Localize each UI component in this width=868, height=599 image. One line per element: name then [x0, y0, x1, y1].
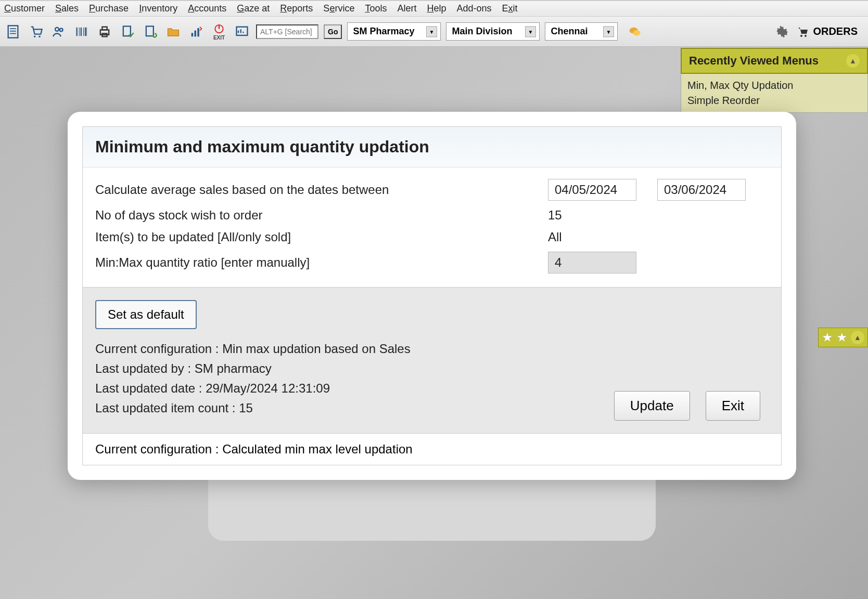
go-button[interactable]: Go [324, 24, 342, 39]
date-from-input[interactable]: 04/05/2024 [548, 179, 636, 201]
exit-label: EXIT [213, 35, 225, 41]
pharmacy-combo[interactable]: SM Pharmacy [347, 22, 441, 41]
chart-icon[interactable] [187, 23, 205, 41]
search-input[interactable] [256, 24, 318, 39]
favorites-strip: ★ ★ ▲ [818, 328, 868, 347]
chevron-up-icon[interactable]: ▲ [846, 54, 860, 68]
division-combo[interactable]: Main Division [446, 22, 540, 41]
cart-icon[interactable] [27, 23, 45, 41]
menu-help[interactable]: Help [427, 3, 446, 14]
svg-point-31 [805, 35, 807, 37]
items-updated-label: Item(s) to be updated [All/only sold] [95, 230, 548, 244]
menu-customer[interactable]: Customer [4, 3, 45, 14]
recently-viewed-header[interactable]: Recently Viewed Menus ▲ [681, 48, 868, 74]
current-config-line: Current configuration : Min max updation… [95, 342, 769, 356]
menu-inventory[interactable]: Inventory [139, 3, 177, 14]
rvm-item[interactable]: Min, Max Qty Updation [687, 78, 861, 93]
users-icon[interactable] [50, 23, 68, 41]
update-button[interactable]: Update [614, 391, 690, 421]
svg-point-4 [34, 35, 36, 37]
svg-rect-18 [146, 26, 154, 36]
svg-point-7 [60, 28, 63, 31]
rvm-item[interactable]: Simple Reorder [687, 93, 861, 108]
menu-purchase[interactable]: Purchase [89, 3, 129, 14]
modal-footer: Current configuration : Calculated min m… [83, 434, 781, 465]
orders-button[interactable]: ORDERS [795, 25, 858, 38]
svg-point-6 [55, 27, 59, 31]
svg-rect-15 [102, 27, 107, 30]
modal-title: Minimum and maximum quantity updation [83, 127, 781, 167]
menu-service[interactable]: Service [323, 3, 354, 14]
barcode-icon[interactable] [73, 23, 91, 41]
chat-icon[interactable] [626, 23, 644, 41]
location-combo[interactable]: Chennai [545, 22, 618, 41]
days-stock-label: No of days stock wish to order [95, 208, 548, 223]
recently-viewed-title: Recently Viewed Menus [689, 54, 819, 68]
star-icon[interactable]: ★ [836, 330, 848, 345]
minmax-ratio-input[interactable]: 4 [548, 252, 636, 274]
menu-reports[interactable]: Reports [280, 3, 313, 14]
folder-icon[interactable] [164, 23, 182, 41]
menu-gazeat[interactable]: Gaze at [237, 3, 270, 14]
right-sidebar: Recently Viewed Menus ▲ Min, Max Qty Upd… [681, 48, 868, 113]
menu-exit[interactable]: Exit [502, 3, 518, 14]
svg-rect-20 [195, 30, 197, 36]
star-icon[interactable]: ★ [822, 330, 833, 345]
menu-alert[interactable]: Alert [397, 3, 416, 14]
minmax-ratio-label: Min:Max quantity ratio [enter manually] [95, 255, 548, 270]
receipt-icon[interactable] [4, 23, 22, 41]
toolbar: EXIT Go SM Pharmacy Main Division Chenna… [0, 17, 868, 47]
doc-check-icon[interactable] [119, 23, 136, 41]
svg-rect-21 [197, 28, 199, 36]
svg-rect-0 [8, 25, 18, 37]
orders-label: ORDERS [813, 25, 858, 37]
items-updated-value[interactable]: All [548, 230, 562, 244]
modal-body: Calculate average sales based on the dat… [83, 167, 781, 287]
print-icon[interactable] [96, 23, 113, 41]
dashboard-icon[interactable] [233, 23, 251, 41]
exit-icon[interactable]: EXIT [210, 23, 228, 41]
exit-button[interactable]: Exit [706, 391, 760, 421]
date-to-input[interactable]: 03/06/2024 [657, 179, 746, 201]
svg-rect-17 [123, 26, 131, 36]
svg-rect-19 [192, 33, 194, 36]
menubar: Customer Sales Purchase Inventory Accoun… [0, 0, 868, 17]
svg-point-5 [39, 35, 41, 37]
last-updated-by-line: Last updated by : SM pharmacy [95, 361, 769, 376]
svg-point-30 [800, 35, 802, 37]
menu-accounts[interactable]: Accounts [188, 3, 226, 14]
gear-icon[interactable] [772, 23, 790, 41]
modal-config-section: Set as default Current configuration : M… [83, 287, 781, 434]
menu-tools[interactable]: Tools [365, 3, 387, 14]
doc-refresh-icon[interactable] [142, 23, 159, 41]
menu-sales[interactable]: Sales [55, 3, 79, 14]
calc-dates-label: Calculate average sales based on the dat… [95, 183, 548, 197]
svg-point-29 [633, 30, 641, 36]
recently-viewed-body: Min, Max Qty Updation Simple Reorder [681, 74, 868, 113]
days-stock-value[interactable]: 15 [548, 208, 562, 223]
set-default-button[interactable]: Set as default [95, 300, 197, 329]
chevron-up-icon[interactable]: ▲ [851, 331, 864, 344]
minmax-modal: Minimum and maximum quantity updation Ca… [68, 112, 796, 480]
menu-addons[interactable]: Add-ons [456, 3, 491, 14]
